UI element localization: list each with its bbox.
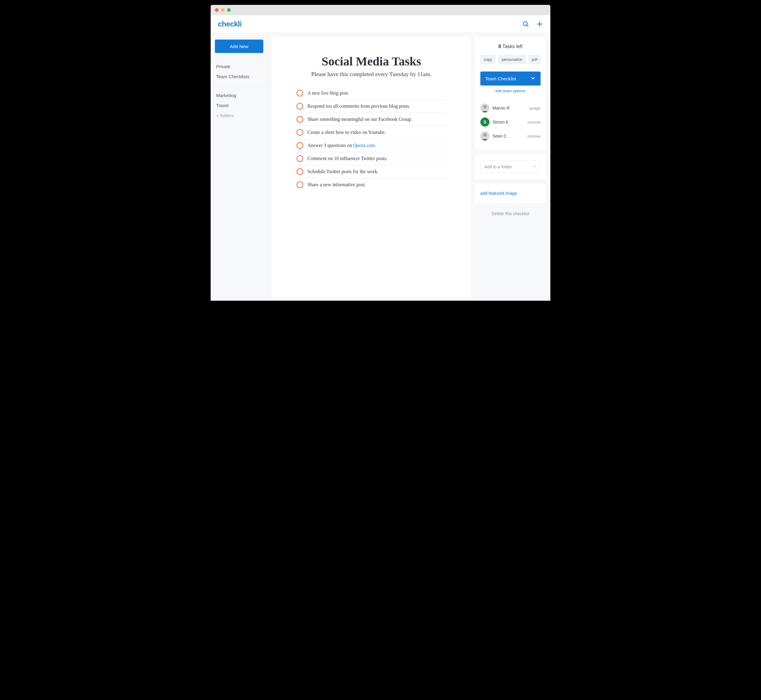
delete-checklist-link[interactable]: Delete this checklist bbox=[475, 207, 546, 220]
checklist-meta-card: 8 Tasks left copy personalize pdf Team C… bbox=[475, 37, 546, 150]
folder-card: Add to a folder bbox=[475, 154, 546, 180]
task-checkbox[interactable] bbox=[297, 90, 303, 97]
svg-line-1 bbox=[527, 25, 528, 27]
sidebar-add-folders[interactable]: + folders bbox=[211, 111, 267, 120]
app-logo[interactable]: checkli bbox=[218, 20, 242, 28]
pdf-button[interactable]: pdf bbox=[528, 55, 541, 64]
sidebar-item-private[interactable]: Private bbox=[211, 61, 267, 72]
checklist-subtitle: Please have this completed every Tuesday… bbox=[297, 71, 446, 78]
folder-placeholder: Add to a folder bbox=[484, 164, 512, 169]
svg-point-4 bbox=[483, 105, 487, 109]
chevron-down-icon bbox=[532, 164, 537, 170]
member-row: SSimon Kremove bbox=[480, 115, 541, 129]
member-action-remove[interactable]: remove bbox=[528, 134, 541, 139]
avatar bbox=[480, 131, 489, 141]
member-row: Sean Cremove bbox=[480, 129, 541, 143]
task-item: Respond too all comments from previous b… bbox=[297, 100, 446, 113]
task-checkbox[interactable] bbox=[297, 116, 303, 123]
task-item: Answer 3 questions on Quora.com. bbox=[297, 139, 446, 152]
sidebar-item-team-checklists[interactable]: Team Checklists bbox=[211, 72, 267, 81]
task-item: Comment on 10 influencer Twitter posts. bbox=[297, 152, 446, 165]
svg-point-5 bbox=[483, 133, 487, 137]
task-checkbox[interactable] bbox=[297, 155, 303, 162]
tasks-left-label: 8 Tasks left bbox=[480, 44, 541, 49]
task-item: Create a short how to video on Youtube. bbox=[297, 126, 446, 139]
task-checkbox[interactable] bbox=[297, 142, 303, 149]
task-item: A new live blog post. bbox=[297, 87, 446, 100]
task-text: A new live blog post. bbox=[308, 91, 349, 96]
member-row: Marvin Rassign bbox=[480, 101, 541, 115]
add-icon[interactable] bbox=[536, 21, 543, 27]
maximize-window-icon[interactable] bbox=[227, 8, 231, 12]
add-new-button[interactable]: Add New bbox=[215, 39, 263, 53]
task-item: Share something meaningful on our Facebo… bbox=[297, 113, 446, 126]
member-name: Marvin R bbox=[492, 106, 509, 111]
task-text: Answer 3 questions on Quora.com. bbox=[308, 143, 376, 148]
copy-button[interactable]: copy bbox=[480, 55, 495, 64]
avatar bbox=[480, 103, 489, 112]
member-name: Simon K bbox=[492, 120, 509, 125]
featured-image-card: add featured image bbox=[475, 184, 546, 203]
task-checkbox[interactable] bbox=[297, 129, 303, 136]
team-checklist-dropdown[interactable]: Team Checklist bbox=[480, 72, 541, 86]
app-header: checkli bbox=[211, 15, 550, 33]
chevron-down-icon bbox=[530, 75, 536, 82]
sidebar-item-travel[interactable]: Travel bbox=[211, 100, 267, 111]
task-text: Respond too all comments from previous b… bbox=[308, 103, 410, 109]
task-text: Share a new informative post. bbox=[308, 182, 366, 188]
add-featured-image-link[interactable]: add featured image bbox=[480, 191, 517, 196]
member-name: Sean C bbox=[492, 134, 507, 139]
dropdown-label: Team Checklist bbox=[485, 76, 516, 81]
avatar: S bbox=[480, 117, 489, 127]
edit-team-options-link[interactable]: edit team options bbox=[480, 89, 541, 93]
member-action-remove[interactable]: remove bbox=[528, 120, 541, 125]
checklist-panel: Social Media Tasks Please have this comp… bbox=[272, 37, 470, 297]
add-to-folder-select[interactable]: Add to a folder bbox=[480, 161, 541, 173]
member-action-assign[interactable]: assign bbox=[529, 106, 541, 111]
close-window-icon[interactable] bbox=[215, 8, 219, 12]
app-window: checkli Add New Private T bbox=[211, 5, 550, 301]
personalize-button[interactable]: personalize bbox=[498, 55, 526, 64]
task-text: Share something meaningful on our Facebo… bbox=[308, 117, 412, 122]
task-checkbox[interactable] bbox=[297, 103, 303, 109]
task-item: Share a new informative post. bbox=[297, 178, 446, 191]
task-checkbox[interactable] bbox=[297, 168, 303, 175]
search-icon[interactable] bbox=[522, 21, 529, 27]
task-checkbox[interactable] bbox=[297, 181, 303, 188]
task-text: Schedule Twitter posts for the week. bbox=[308, 169, 378, 174]
window-titlebar bbox=[211, 5, 550, 15]
task-item: Schedule Twitter posts for the week. bbox=[297, 165, 446, 178]
task-text: Comment on 10 influencer Twitter posts. bbox=[308, 156, 388, 161]
sidebar-item-marketing[interactable]: Marketing bbox=[211, 91, 267, 100]
sidebar: Add New Private Team Checklists Marketin… bbox=[211, 33, 268, 301]
minimize-window-icon[interactable] bbox=[221, 8, 225, 12]
task-link[interactable]: Quora.com bbox=[353, 143, 375, 148]
task-text: Create a short how to video on Youtube. bbox=[308, 130, 386, 135]
task-list: A new live blog post.Respond too all com… bbox=[297, 87, 446, 191]
checklist-title: Social Media Tasks bbox=[297, 54, 446, 69]
